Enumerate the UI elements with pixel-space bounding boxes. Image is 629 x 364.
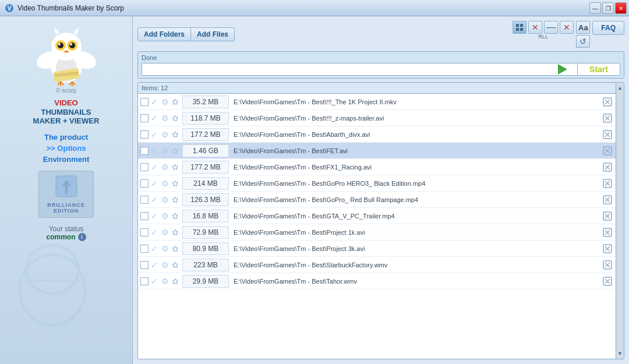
file-size: 177.2 MB bbox=[182, 161, 229, 174]
file-path: E:\Video\FromGames\Tm - Best\FET.avi bbox=[231, 147, 602, 154]
delete-button[interactable] bbox=[602, 178, 613, 189]
main-container: © scorp VIDEO THUMBNAILS MAKER + VIEWER … bbox=[0, 16, 629, 364]
svg-rect-33 bbox=[520, 28, 523, 31]
table-row: ✓ ⚙ ✿ 1.46 GB E:\Video\FromGames\Tm - Be… bbox=[138, 143, 616, 159]
minimize-button[interactable]: — bbox=[589, 2, 601, 14]
check-icon: ✓ bbox=[151, 211, 160, 221]
file-path: E:\Video\FromGames\Tm - Best\StarbuckFac… bbox=[231, 261, 602, 268]
add-files-button[interactable]: Add Files bbox=[191, 28, 234, 41]
flower-icon: ✿ bbox=[172, 277, 181, 286]
close-all-button[interactable]: ✕ bbox=[528, 21, 542, 34]
file-path: E:\Video\FromGames\Tm - Best\!!!_z-maps-… bbox=[231, 115, 602, 122]
check-icon: ✓ bbox=[151, 260, 160, 270]
edition-icon bbox=[55, 175, 78, 198]
nav-options[interactable]: >> Options bbox=[47, 144, 86, 153]
delete-button[interactable] bbox=[602, 145, 613, 157]
delete-button[interactable] bbox=[602, 112, 613, 124]
gear-icon: ⚙ bbox=[161, 195, 171, 204]
delete-button[interactable] bbox=[602, 243, 613, 255]
add-toolbar-group: Add Folders Add Files bbox=[137, 27, 235, 41]
minus-button[interactable]: — bbox=[544, 21, 558, 34]
flower-icon: ✿ bbox=[172, 114, 181, 123]
list-header: Items: 12 bbox=[138, 83, 616, 94]
grid-view-button[interactable] bbox=[513, 21, 526, 34]
row-checkbox[interactable] bbox=[140, 277, 149, 285]
table-row: ✓ ⚙ ✿ 72.9 MB E:\Video\FromGames\Tm - Be… bbox=[138, 224, 616, 241]
row-checkbox[interactable] bbox=[140, 179, 149, 188]
table-row: ✓ ⚙ ✿ 29.9 MB E:\Video\FromGames\Tm - Be… bbox=[138, 273, 616, 289]
check-icon: ✓ bbox=[151, 97, 160, 107]
row-checkbox[interactable] bbox=[140, 114, 149, 122]
svg-point-27 bbox=[20, 255, 85, 326]
faq-button[interactable]: FAQ bbox=[592, 21, 624, 35]
row-checkbox[interactable] bbox=[140, 245, 149, 253]
row-checkbox[interactable] bbox=[140, 147, 149, 155]
delete-button[interactable] bbox=[602, 129, 613, 140]
flower-icon: ✿ bbox=[172, 97, 181, 107]
start-button[interactable]: Start bbox=[577, 63, 620, 75]
scroll-up-button[interactable]: ▲ bbox=[617, 84, 624, 92]
app-title-video: VIDEO bbox=[33, 98, 100, 108]
window-controls: — ❐ ✕ bbox=[589, 2, 627, 14]
svg-point-14 bbox=[70, 43, 72, 45]
table-row: ✓ ⚙ ✿ 118.7 MB E:\Video\FromGames\Tm - B… bbox=[138, 110, 616, 126]
scroll-down-button[interactable]: ▼ bbox=[617, 349, 624, 358]
row-checkbox[interactable] bbox=[140, 98, 149, 106]
file-path: E:\Video\FromGames\Tm - Best\GoPro HERO3… bbox=[231, 180, 602, 187]
svg-rect-32 bbox=[516, 28, 519, 31]
gear-icon: ⚙ bbox=[161, 97, 171, 107]
delete-button[interactable] bbox=[602, 227, 613, 238]
close-button[interactable]: ✕ bbox=[615, 2, 627, 14]
scorp-label: © scorp bbox=[56, 87, 76, 94]
row-checkbox[interactable] bbox=[140, 163, 149, 171]
delete-button[interactable] bbox=[602, 210, 613, 222]
nav-environment[interactable]: Environment bbox=[43, 155, 89, 164]
svg-point-13 bbox=[58, 43, 61, 45]
flower-icon: ✿ bbox=[172, 179, 181, 188]
refresh-button[interactable]: ↺ bbox=[576, 35, 590, 48]
file-size: 80.9 MB bbox=[182, 242, 229, 255]
file-size: 1.46 GB bbox=[182, 144, 229, 157]
restore-button[interactable]: ❐ bbox=[602, 2, 614, 14]
svg-rect-31 bbox=[520, 24, 523, 27]
watermark bbox=[6, 234, 99, 329]
check-icon: ✓ bbox=[151, 179, 160, 188]
gear-icon: ⚙ bbox=[161, 277, 171, 286]
delete-button[interactable] bbox=[602, 194, 613, 206]
file-size: 214 MB bbox=[182, 177, 229, 190]
delete-button[interactable] bbox=[602, 96, 613, 108]
play-button[interactable] bbox=[558, 64, 567, 75]
file-path: E:\Video\FromGames\Tm - Best\GoPro_ Red … bbox=[231, 196, 602, 203]
row-checkbox[interactable] bbox=[140, 130, 149, 139]
row-checkbox[interactable] bbox=[140, 228, 149, 236]
flower-icon: ✿ bbox=[172, 195, 181, 204]
row-checkbox[interactable] bbox=[140, 196, 149, 204]
check-icon: ✓ bbox=[151, 162, 160, 172]
font-size-button[interactable]: Aa bbox=[576, 21, 590, 34]
table-row: ✓ ⚙ ✿ 80.9 MB E:\Video\FromGames\Tm - Be… bbox=[138, 241, 616, 257]
file-path: E:\Video\FromGames\Tm - Best\FX1_Racing.… bbox=[231, 164, 602, 171]
gear-icon: ⚙ bbox=[161, 179, 171, 188]
row-checkbox[interactable] bbox=[140, 212, 149, 220]
delete-button[interactable] bbox=[602, 161, 613, 173]
row-checkbox[interactable] bbox=[140, 261, 149, 269]
progress-section: Done Start bbox=[137, 51, 624, 79]
close-button-2[interactable]: ✕ bbox=[560, 21, 574, 34]
svg-point-12 bbox=[69, 43, 75, 48]
check-icon: ✓ bbox=[151, 277, 160, 286]
delete-button[interactable] bbox=[602, 275, 613, 287]
file-path: E:\Video\FromGames\Tm - Best\Abarth_divx… bbox=[231, 131, 602, 138]
app-title-thumbnails: THUMBNAILS bbox=[33, 108, 100, 117]
add-folders-button[interactable]: Add Folders bbox=[138, 28, 191, 41]
progress-bar-container: Start bbox=[142, 63, 620, 76]
file-path: E:\Video\FromGames\Tm - Best\Tahor.wmv bbox=[231, 278, 602, 285]
check-icon: ✓ bbox=[151, 244, 160, 253]
file-list-section: Items: 12 ✓ ⚙ ✿ 35.2 MB E:\Video\FromGam… bbox=[137, 82, 624, 359]
nav-the-product[interactable]: The product bbox=[44, 133, 88, 142]
table-row: ✓ ⚙ ✿ 35.2 MB E:\Video\FromGames\Tm - Be… bbox=[138, 94, 616, 110]
table-row: ✓ ⚙ ✿ 16.8 MB E:\Video\FromGames\Tm - Be… bbox=[138, 208, 616, 224]
file-size: 16.8 MB bbox=[182, 210, 229, 222]
gear-icon: ⚙ bbox=[161, 260, 171, 270]
flower-icon: ✿ bbox=[172, 146, 181, 156]
delete-button[interactable] bbox=[602, 259, 613, 271]
